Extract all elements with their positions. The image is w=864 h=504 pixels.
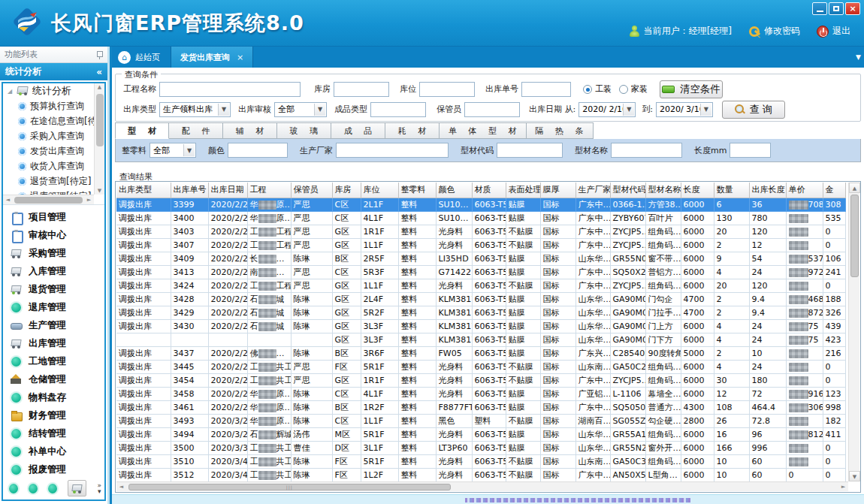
column-header-单价[interactable]: 单价 [786,183,823,198]
logout-button[interactable]: 退出 [817,25,850,38]
table-row[interactable]: 调拨出库34302020/2/26石城陈琳G区3L3F整料KLM38176063… [116,319,845,333]
tree-hscroll-thumb[interactable] [14,197,83,204]
sidebar-item-报废管理[interactable]: 报废管理 [3,460,104,478]
column-header-颜色[interactable]: 颜色 [436,183,472,198]
column-header-材质[interactable]: 材质 [472,183,506,198]
name-input[interactable] [611,143,682,158]
module-dot-icon[interactable] [29,484,38,493]
table-row[interactable]: 调拨出库34032020/2/25工工程严思G区1R1F整料光身料6063-T5… [116,225,845,238]
sidebar-item-采购管理[interactable]: 采购管理 [3,244,104,262]
change-password-button[interactable]: 修改密码 [748,25,800,38]
material-tab-配件[interactable]: 配 件 [169,122,223,139]
stats-group-header[interactable]: 统计分析 « [0,63,107,80]
column-header-出库单号[interactable]: 出库单号 [171,183,208,198]
color-input[interactable] [228,143,288,158]
search-button[interactable]: 查 询 [722,101,785,119]
tree-item-收货入库查询[interactable]: 收货入库查询 [3,158,94,174]
column-header-整零料[interactable]: 整零料 [398,183,436,198]
tree-item-采购入库查询[interactable]: 采购入库查询 [3,128,94,143]
keeper-input[interactable] [464,102,520,117]
table-row[interactable]: 调拨出库34372020/2/27佛…陈琳B区3R6F整料FW056063-T5… [116,346,845,360]
column-header-长度[interactable]: 长度 [681,183,714,198]
scroll-right-icon[interactable]: ► [838,484,848,490]
table-row[interactable]: 调拨出库34002020/2/25华原…严思C区4L1F整料SU10…6063-… [116,211,845,225]
sidebar-item-物料盘存[interactable]: 物料盘存 [3,388,104,406]
material-tab-单体型材[interactable]: 单 体 型 材 [440,122,527,139]
material-tab-耗材[interactable]: 耗 材 [385,122,440,139]
sidebar-item-结转管理[interactable]: 结转管理 [3,424,104,442]
table-row[interactable]: G区3L3F整料KLM38176063-T5贴膜国标山东华…GA90M09.门下… [116,333,845,346]
part-select[interactable]: 全部 ▼ [150,143,196,158]
date-from-picker[interactable]: 2020/ 2/16 ▼ [579,102,636,117]
tree-item-退货查询[待定][interactable]: 退货查询[待定] [3,174,94,189]
table-row[interactable]: 调拨出库34132020/2/26南…严思C区5R3F整料G714226063-… [116,265,845,279]
tree-item-退库管理[待定][interactable]: 退库管理[待定] [3,189,94,195]
tab-shipping-outbound-query[interactable]: 发货出库查询 × [171,47,253,68]
table-row[interactable]: 调拨出库34292020/2/26石城陈琳G区5R2F整料KLM38176063… [116,306,845,319]
close-button[interactable]: × [845,2,860,15]
grid-hscroll-thumb[interactable]: ||| [128,484,451,490]
table-row[interactable]: 调拨出库34072020/2/25工工程严思G区1L1F整料光身料6063-T5… [116,238,845,252]
minimize-button[interactable] [812,2,827,15]
column-header-表面处理[interactable]: 表面处理 [506,183,540,198]
length-input[interactable] [730,143,771,158]
sidebar-item-补单中心[interactable]: 补单中心 [3,442,104,460]
clear-conditions-button[interactable]: 清空条件 [660,80,723,98]
table-row[interactable]: 调拨出库34612020/2/28华原…陈琳B区1R2F整料F8877FT606… [116,400,845,414]
column-header-出库类型[interactable]: 出库类型 [116,183,171,198]
tree-item-预算执行查询[interactable]: 预算执行查询 [3,98,94,113]
out-type-select[interactable]: 生产领料出库 ▼ [159,102,231,117]
table-row[interactable]: 调拨出库34542020/2/28工共工程严思G区1R1F整料光身料6063-T… [116,373,845,387]
table-row[interactable]: 调拨出库34282020/2/26石城陈琳G区2L4F整料KLM38176063… [116,292,845,306]
material-tab-辅材[interactable]: 辅 材 [223,122,277,139]
sidebar-item-项目管理[interactable]: 项目管理 [3,208,104,226]
table-row[interactable]: 调拨出库34582020/2/28华原…陈琳C区4L1F整料光身料6063-T5… [116,387,845,400]
scroll-down-icon[interactable]: ▼ [95,188,104,194]
order-no-input[interactable] [521,82,571,97]
sidebar-item-退库管理[interactable]: 退库管理 [3,298,104,316]
module-dot-icon[interactable] [48,484,57,493]
column-header-库房[interactable]: 库房 [332,183,361,198]
column-header-生产厂家[interactable]: 生产厂家 [575,183,610,198]
table-row[interactable]: 调拨出库35102020/3/4工共工程陈琳F区5R1F整料光身料6063-T5… [116,454,845,468]
grid-vscroll-thumb[interactable] [850,195,859,277]
table-row[interactable]: 调拨出库35002020/3/3工共工程曹佳D区3L1F整料LT3P606063… [116,441,845,454]
scroll-right-icon[interactable]: ► [84,197,94,203]
tree-vertical-scrollbar[interactable]: ▲ ▼ [94,83,104,195]
column-header-型材名称[interactable]: 型材名称 [645,183,681,198]
column-header-数量[interactable]: 数量 [714,183,749,198]
sidebar-item-出库管理[interactable]: 出库管理 [3,334,104,352]
sidebar-item-退货管理[interactable]: 退货管理 [3,280,104,298]
column-header-金[interactable]: 金 [823,183,845,198]
column-header-库位[interactable]: 库位 [361,183,398,198]
column-header-工程[interactable]: 工程 [247,183,291,198]
sidebar-item-工地管理[interactable]: 工地管理 [3,352,104,370]
radio-jiazhuang[interactable]: 家装 [619,83,648,95]
grid-vertical-scrollbar[interactable]: ▲ ▼ [848,183,859,481]
column-header-膜厚[interactable]: 膜厚 [540,183,575,198]
tab-home[interactable]: ⌂ 起始页 [112,47,171,68]
table-row[interactable]: 调拨出库34242020/2/26工工程严思G区1L1F整料光身料6063-T5… [116,279,845,292]
table-row[interactable]: 调拨出库34452020/2/27工共工程严思F区5R1F整料光身料6063-T… [116,360,845,373]
radio-gongzhuang[interactable]: 工装 [583,83,612,95]
tree-item-发货出库查询[interactable]: 发货出库查询 [3,143,94,158]
material-tab-隔热条[interactable]: 隔 热 条 [527,122,594,139]
warehouse-input[interactable] [334,82,389,97]
column-header-出库长度[interactable]: 出库长度 [749,183,786,198]
collapse-icon[interactable]: « [96,67,102,77]
audit-select[interactable]: 全部 ▼ [274,102,327,117]
tree-vscroll-thumb[interactable] [96,94,104,146]
column-header-出库日期[interactable]: 出库日期 [208,183,247,198]
module-cart-button[interactable] [68,480,87,496]
scroll-up-icon[interactable]: ▲ [849,183,860,193]
date-to-picker[interactable]: 2020/ 3/16 ▼ [656,102,713,117]
table-row[interactable]: 调拨出库35122020/3/4工共工程陈琳F区1L2F整料光身料6063-T5… [116,468,845,481]
table-row[interactable]: 调拨出库34092020/2/25长…陈琳B区2R5F整料LI35HD6063-… [116,252,845,265]
tree-collapse-icon[interactable]: ◢ [8,88,14,95]
code-input[interactable] [497,143,563,158]
table-row[interactable]: 调拨出库33992020/2/25华原…严思C区2L1F整料SU10…6063-… [116,198,845,211]
scroll-down-icon[interactable]: ▼ [849,471,860,481]
table-row[interactable]: 调拨出库34942020/3/2石辉城汤伟M区5R1F整料光身料6063-T5贴… [116,427,845,441]
material-tab-玻璃[interactable]: 玻 璃 [277,122,331,139]
column-header-型材代码[interactable]: 型材代码 [610,183,645,198]
